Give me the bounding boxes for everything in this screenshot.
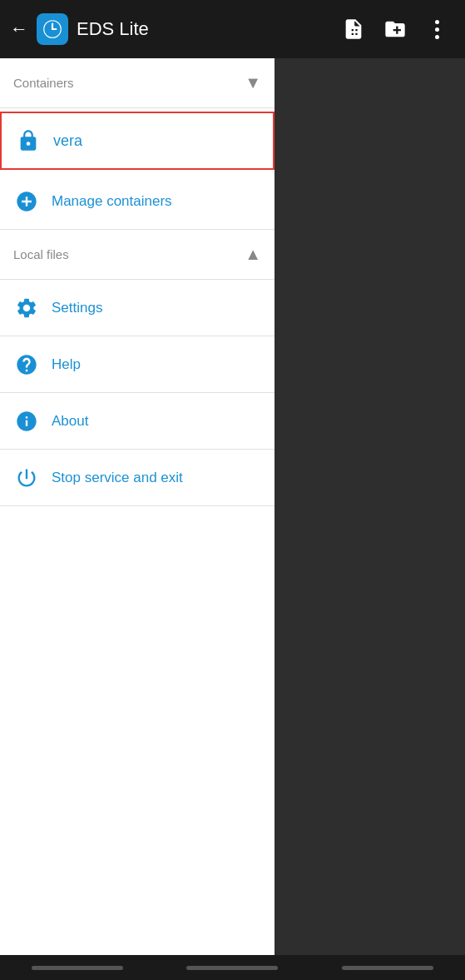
settings-item[interactable]: Settings bbox=[0, 280, 275, 336]
add-folder-button[interactable] bbox=[377, 11, 413, 47]
drawer: Containers ▼ vera Manage containers Loca… bbox=[0, 58, 275, 980]
help-svg bbox=[15, 353, 38, 376]
lock-icon bbox=[15, 127, 42, 154]
containers-chevron-icon: ▼ bbox=[245, 73, 261, 92]
local-files-label: Local files bbox=[13, 247, 69, 261]
bottom-indicator-1 bbox=[32, 966, 123, 970]
manage-containers-label: Manage containers bbox=[52, 193, 172, 210]
container-item-vera[interactable]: vera bbox=[0, 112, 275, 170]
app-title: EDS Lite bbox=[77, 18, 149, 40]
bottom-indicator-3 bbox=[342, 966, 433, 970]
add-file-icon bbox=[342, 17, 365, 41]
containers-section-header[interactable]: Containers ▼ bbox=[0, 58, 275, 108]
power-icon bbox=[13, 465, 40, 491]
help-item[interactable]: Help bbox=[0, 336, 275, 393]
local-files-chevron-icon: ▲ bbox=[245, 245, 261, 264]
main-layout: Containers ▼ vera Manage containers Loca… bbox=[0, 58, 465, 980]
more-menu-button[interactable] bbox=[418, 11, 455, 47]
dot3 bbox=[435, 35, 439, 39]
manage-containers-item[interactable]: Manage containers bbox=[0, 173, 275, 230]
settings-label: Settings bbox=[52, 300, 102, 316]
info-svg bbox=[15, 410, 38, 433]
add-circle-icon bbox=[13, 188, 40, 215]
app-icon bbox=[37, 13, 68, 45]
settings-icon bbox=[13, 295, 40, 321]
bottom-indicator-2 bbox=[186, 966, 278, 970]
about-item[interactable]: About bbox=[0, 393, 275, 450]
add-file-button[interactable] bbox=[335, 11, 372, 47]
about-label: About bbox=[52, 413, 88, 430]
bottom-bar bbox=[0, 955, 465, 980]
dot1 bbox=[435, 20, 439, 24]
local-files-section-header[interactable]: Local files ▲ bbox=[0, 230, 275, 280]
help-label: Help bbox=[52, 356, 81, 373]
container-vera-label: vera bbox=[53, 132, 82, 150]
add-folder-icon bbox=[383, 17, 407, 41]
topbar-left: ← EDS Lite bbox=[10, 13, 335, 45]
stop-service-item[interactable]: Stop service and exit bbox=[0, 450, 275, 506]
clock-icon bbox=[42, 18, 63, 40]
topbar-actions bbox=[335, 11, 455, 47]
back-button[interactable]: ← bbox=[10, 18, 28, 40]
settings-svg bbox=[15, 296, 38, 320]
add-circle-svg bbox=[15, 190, 38, 213]
topbar: ← EDS Lite bbox=[0, 0, 465, 58]
stop-service-label: Stop service and exit bbox=[52, 470, 183, 486]
dot2 bbox=[435, 27, 439, 32]
help-icon bbox=[13, 351, 40, 378]
power-svg bbox=[15, 466, 38, 490]
info-icon bbox=[13, 408, 40, 435]
right-panel bbox=[275, 58, 465, 980]
lock-svg bbox=[17, 129, 40, 152]
containers-label: Containers bbox=[13, 76, 74, 90]
